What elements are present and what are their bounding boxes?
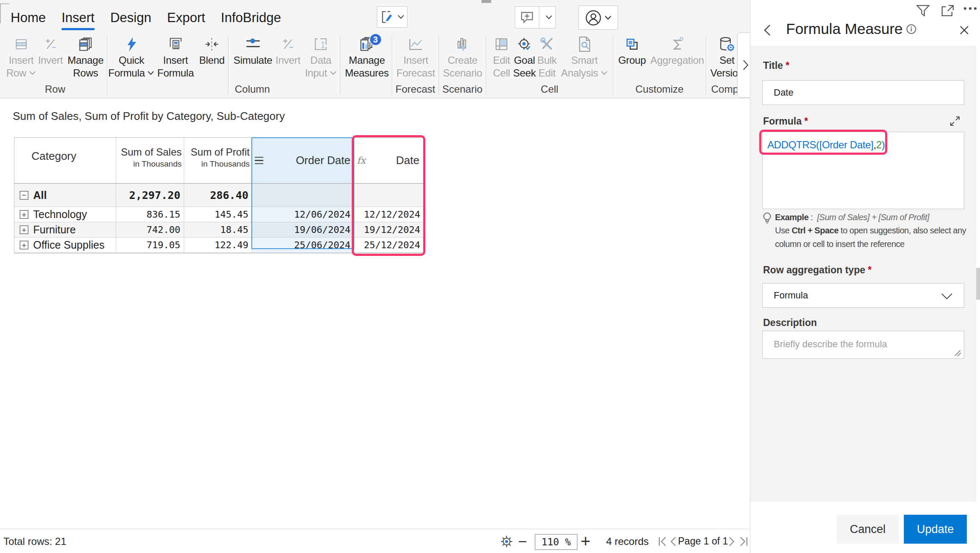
- edit-cell-button[interactable]: EditCell: [490, 36, 513, 79]
- cell-all-2[interactable]: [252, 184, 354, 207]
- cell-furniture-2[interactable]: 19/06/2024: [252, 222, 354, 238]
- cell-office-supplies-2[interactable]: 25/06/2024: [252, 238, 354, 253]
- column-header-order-date[interactable]: Order Date: [252, 138, 354, 184]
- update-button[interactable]: Update: [904, 515, 967, 544]
- insert-forecast-button[interactable]: InsertForecast: [396, 36, 436, 79]
- panel-scrollbar[interactable]: [976, 46, 980, 502]
- add-comment-icon[interactable]: [515, 7, 539, 28]
- create-scenario-button[interactable]: CreateScenario: [442, 36, 483, 79]
- comment-button[interactable]: [515, 6, 556, 28]
- cell-all-1[interactable]: 286.40: [184, 184, 252, 207]
- row-header-office-supplies[interactable]: +Office Supplies: [14, 238, 116, 253]
- zoom-out-button[interactable]: −: [518, 529, 527, 553]
- column-header-sum-of-sales[interactable]: Sum of Salesin Thousands: [116, 138, 184, 184]
- tab-infobridge[interactable]: InfoBridge: [221, 10, 281, 30]
- cell-technology-1[interactable]: 145.45: [184, 207, 252, 222]
- expand-icon[interactable]: +: [20, 210, 28, 219]
- aggregation-button[interactable]: Aggregation: [650, 36, 704, 79]
- aggregation-icon: [669, 37, 685, 52]
- ribbon-group-customize: GroupAggregationCustomize: [613, 36, 706, 95]
- manage-measures-label-2: Measures: [345, 67, 389, 79]
- comment-chevron-icon[interactable]: [539, 7, 556, 28]
- tab-home[interactable]: Home: [11, 10, 46, 30]
- ribbon-group-label-customize: Customize: [613, 83, 706, 95]
- invert-column-button[interactable]: Invert: [274, 36, 302, 79]
- formula-token: ): [882, 139, 885, 150]
- row-label: Technology: [33, 208, 87, 221]
- cell-furniture-0[interactable]: 742.00: [116, 222, 184, 238]
- first-page-button[interactable]: [658, 529, 667, 553]
- insert-formula-icon: [168, 37, 183, 52]
- resize-handle-icon[interactable]: [954, 349, 962, 357]
- popout-icon[interactable]: [941, 4, 954, 17]
- account-button[interactable]: [578, 6, 618, 30]
- goal-seek-button[interactable]: GoalSeek: [513, 36, 536, 79]
- row-header-technology[interactable]: +Technology: [14, 207, 116, 222]
- ribbon-group-label-forecast: Forecast: [392, 83, 439, 95]
- close-icon[interactable]: [959, 25, 970, 36]
- edit-mode-button[interactable]: [377, 6, 407, 28]
- settings-gear-icon[interactable]: [499, 529, 514, 553]
- row-label: Furniture: [33, 224, 76, 236]
- title-field[interactable]: Date: [762, 80, 964, 105]
- drag-handle-icon[interactable]: [255, 157, 263, 164]
- column-header-sum-of-profit[interactable]: Sum of Profitin Thousands: [184, 138, 252, 184]
- tab-design[interactable]: Design: [110, 10, 151, 30]
- expand-icon[interactable]: +: [20, 225, 28, 234]
- simulate-button[interactable]: Simulate: [232, 36, 274, 79]
- aggregation-label: Row aggregation type*: [763, 264, 872, 276]
- tab-insert[interactable]: Insert: [62, 10, 95, 30]
- previous-page-button[interactable]: [670, 529, 677, 553]
- zoom-in-button[interactable]: +: [581, 529, 590, 553]
- column-header-category[interactable]: Category: [14, 138, 116, 184]
- invert-row-button[interactable]: Invert: [37, 36, 65, 79]
- cell-technology-0[interactable]: 836.15: [116, 207, 184, 222]
- data-input-button[interactable]: DataInput: [302, 36, 340, 79]
- more-options-icon[interactable]: [963, 6, 978, 11]
- aggregation-dropdown[interactable]: Formula: [762, 283, 964, 308]
- bulk-edit-button[interactable]: BulkEdit: [536, 36, 558, 79]
- row-label: Office Supplies: [33, 239, 105, 251]
- cell-technology-2[interactable]: 12/06/2024: [252, 207, 354, 222]
- last-page-button[interactable]: [739, 529, 748, 553]
- create-scenario-label-1: Create: [447, 54, 477, 67]
- cell-office-supplies-0[interactable]: 719.05: [116, 238, 184, 253]
- description-field[interactable]: Briefly describe the formula: [762, 331, 964, 359]
- panel-scrollbar-thumb[interactable]: [976, 268, 980, 300]
- collapse-icon[interactable]: −: [20, 191, 28, 200]
- cell-furniture-1[interactable]: 18.45: [184, 222, 252, 238]
- info-icon[interactable]: [906, 24, 917, 34]
- ribbon-group-label-cell: Cell: [486, 83, 613, 95]
- back-icon[interactable]: [763, 23, 772, 37]
- group-button[interactable]: Group: [618, 36, 646, 79]
- smart-analysis-button[interactable]: SmartAnalysis: [558, 36, 610, 79]
- ribbon-bar: HomeInsertDesignExportInfoBridge InsertR…: [0, 0, 750, 99]
- row-header-furniture[interactable]: +Furniture: [14, 222, 116, 238]
- cell-office-supplies-3[interactable]: 25/12/2024: [354, 238, 424, 253]
- manage-rows-button[interactable]: ManageRows: [64, 36, 107, 79]
- tab-export[interactable]: Export: [167, 10, 205, 30]
- pivot-table: CategorySum of Salesin ThousandsSum of P…: [14, 137, 424, 253]
- cell-technology-3[interactable]: 12/12/2024: [354, 207, 424, 222]
- quick-formula-button[interactable]: QuickFormula: [108, 36, 154, 79]
- group-label-1: Group: [618, 54, 646, 67]
- row-header-all[interactable]: −All: [14, 184, 116, 207]
- edit-cell-label-1: Edit: [493, 54, 510, 67]
- cell-furniture-3[interactable]: 19/12/2024: [354, 222, 424, 238]
- expand-formula-icon[interactable]: [950, 116, 960, 126]
- expand-icon[interactable]: +: [20, 241, 28, 250]
- insert-formula-button[interactable]: InsertFormula: [157, 36, 194, 79]
- next-page-button[interactable]: [728, 529, 735, 553]
- blend-button[interactable]: Blend: [196, 36, 228, 79]
- zoom-level-field[interactable]: 110 %: [535, 534, 578, 550]
- filter-icon[interactable]: [916, 4, 930, 17]
- hint-line-1: Use Ctrl + Space to open suggestion, als…: [775, 226, 966, 235]
- cancel-button[interactable]: Cancel: [837, 515, 899, 544]
- cell-all-0[interactable]: 2,297.20: [116, 184, 184, 207]
- manage-measures-button[interactable]: 3ManageMeasures: [345, 36, 389, 79]
- row-label: All: [33, 189, 47, 201]
- insert-row-button[interactable]: InsertRow: [6, 36, 37, 79]
- cell-all-3[interactable]: [354, 184, 424, 207]
- cell-office-supplies-1[interactable]: 122.49: [184, 238, 252, 253]
- column-header-date[interactable]: fxDate: [354, 138, 424, 184]
